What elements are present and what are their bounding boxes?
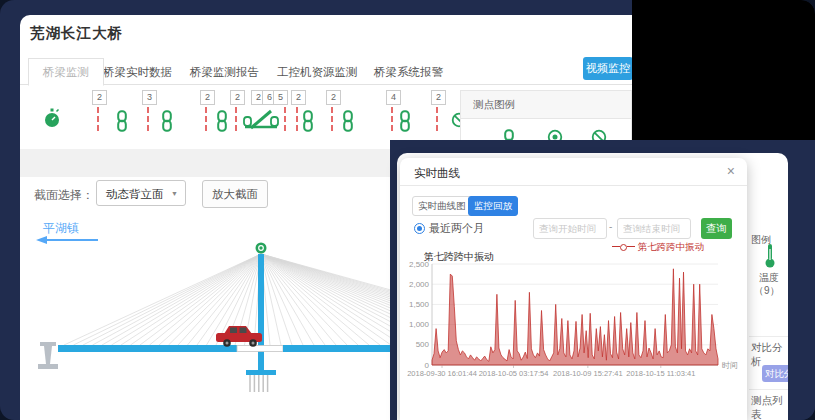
- sensor-dash-line: [391, 107, 393, 131]
- chevron-down-icon: ▼: [171, 181, 178, 207]
- sensor-count-badge: 2: [230, 90, 245, 105]
- svg-text:2018-10-09 15:27:41: 2018-10-09 15:27:41: [553, 369, 623, 378]
- tab-monitor-playback[interactable]: 监控回放: [468, 196, 518, 216]
- sensor-dash-line: [296, 107, 298, 131]
- chain-sensor-icon[interactable]: [302, 110, 314, 132]
- end-time-input[interactable]: [617, 218, 691, 239]
- chain-sensor-icon[interactable]: [116, 110, 128, 132]
- recent-two-months-label: 最近两个月: [429, 221, 484, 236]
- chain-sensor-icon[interactable]: [161, 110, 173, 132]
- query-button[interactable]: 查询: [701, 218, 732, 239]
- start-time-input[interactable]: [533, 218, 607, 239]
- svg-text:2018-09-30 16:01:44: 2018-09-30 16:01:44: [407, 369, 477, 378]
- sensor-strip: 23222652242: [30, 88, 460, 148]
- chain-sensor-icon[interactable]: [216, 110, 228, 132]
- bridge-sensor-icon[interactable]: [243, 106, 279, 132]
- sensor-count-badge: 2: [431, 90, 446, 105]
- sensor-dash-line: [147, 107, 149, 131]
- video-monitor-button[interactable]: 视频监控: [583, 57, 633, 80]
- sensor-count-badge: 2: [200, 90, 215, 105]
- time-range-separator: -: [609, 221, 612, 232]
- page-title: 芜湖长江大桥: [30, 24, 123, 43]
- svg-text:2018-10-05 03:17:54: 2018-10-05 03:17:54: [479, 369, 549, 378]
- sidebar-divider: [749, 389, 788, 390]
- tabbar-divider: [20, 84, 632, 85]
- sidebar-divider: [749, 336, 788, 337]
- svg-text:1,500: 1,500: [409, 300, 430, 309]
- realtime-curve-dialog: 实时曲线 × 实时曲线图 监控回放 最近两个月 - 查询 第七跨跨中振动 第七跨…: [400, 158, 747, 420]
- thermometer-icon: [763, 243, 777, 269]
- chain-sensor-icon[interactable]: [342, 110, 354, 132]
- main-tab-2[interactable]: 桥梁实时数据: [103, 65, 172, 80]
- sidebar-list-label: 测点列表: [751, 394, 788, 420]
- legend-circle-icon: [620, 244, 627, 251]
- radio-dot: [417, 226, 422, 231]
- legend-line-icon: [612, 246, 620, 248]
- screen: 芜湖长江大桥 桥梁监测桥梁实时数据桥梁监测报告工控机资源监测桥梁系统报警 视频监…: [0, 0, 815, 420]
- chain-sensor-icon[interactable]: [399, 110, 411, 132]
- sidebar-temp-label: 温度: [759, 271, 779, 285]
- sensor-dash-line: [205, 107, 207, 131]
- vibration-chart: 05001,0001,5002,0002,5002018-09-30 16:01…: [406, 258, 742, 388]
- svg-text:2018-10-15 11:03:41: 2018-10-15 11:03:41: [626, 369, 695, 378]
- sensor-count-badge: 4: [386, 90, 401, 105]
- chart-legend: 第七跨跨中振动: [612, 241, 704, 254]
- main-tab-3[interactable]: 桥梁监测报告: [190, 65, 259, 80]
- compare-analysis-button[interactable]: 对比分析: [762, 365, 788, 382]
- legend-line-icon: [627, 246, 635, 248]
- section-select-label: 截面选择：: [34, 187, 94, 204]
- close-icon[interactable]: ×: [727, 163, 735, 179]
- sensor-count-badge: 3: [142, 90, 157, 105]
- sensor-dash-line: [331, 107, 333, 131]
- svg-text:2,500: 2,500: [409, 260, 430, 269]
- sensor-dash-line: [97, 107, 99, 131]
- sensor-count-badge: 5: [273, 90, 288, 105]
- zoom-section-button[interactable]: 放大截面: [202, 180, 268, 208]
- legend-panel-title: 测点图例: [461, 91, 631, 119]
- svg-text:1,000: 1,000: [409, 320, 430, 329]
- stopwatch-sensor-icon[interactable]: [44, 108, 60, 128]
- main-tab-5[interactable]: 桥梁系统报警: [374, 65, 443, 80]
- section-dropdown-value: 动态背立面: [106, 188, 164, 200]
- sidebar-temp-count: （9）: [754, 284, 780, 298]
- sensor-dash-line: [235, 107, 237, 131]
- sensor-dash-line: [284, 107, 286, 131]
- svg-text:500: 500: [416, 340, 430, 349]
- background-black-region: [632, 0, 815, 146]
- dialog-divider: [400, 185, 747, 186]
- svg-text:时间: 时间: [722, 361, 738, 370]
- legend-text: 第七跨跨中振动: [638, 241, 705, 252]
- sensor-count-badge: 2: [291, 90, 306, 105]
- bridge-diagram: [30, 238, 402, 398]
- main-tab-1[interactable]: 桥梁监测: [28, 58, 104, 86]
- svg-text:2,000: 2,000: [409, 280, 430, 289]
- tab-realtime-curve[interactable]: 实时曲线图: [412, 196, 472, 216]
- main-tab-4[interactable]: 工控机资源监测: [277, 65, 358, 80]
- section-dropdown[interactable]: 动态背立面 ▼: [96, 180, 186, 206]
- recent-two-months-radio[interactable]: [414, 223, 425, 234]
- sensor-count-badge: 2: [92, 90, 107, 105]
- dialog-title: 实时曲线: [414, 166, 460, 181]
- sensor-dash-line: [436, 107, 438, 131]
- sensor-count-badge: 2: [326, 90, 341, 105]
